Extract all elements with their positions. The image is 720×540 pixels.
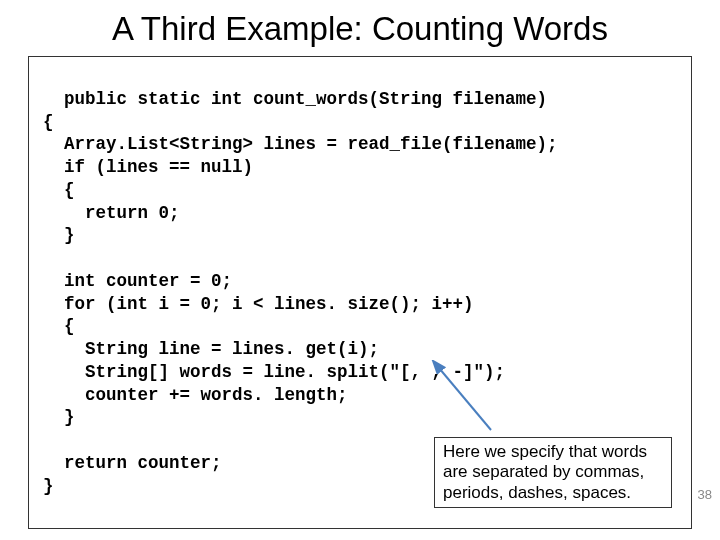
slide-title: A Third Example: Counting Words — [0, 0, 720, 56]
callout-box: Here we specify that words are separated… — [434, 437, 672, 508]
code-text: public static int count_words(String fil… — [43, 89, 558, 496]
page-number: 38 — [698, 487, 712, 502]
